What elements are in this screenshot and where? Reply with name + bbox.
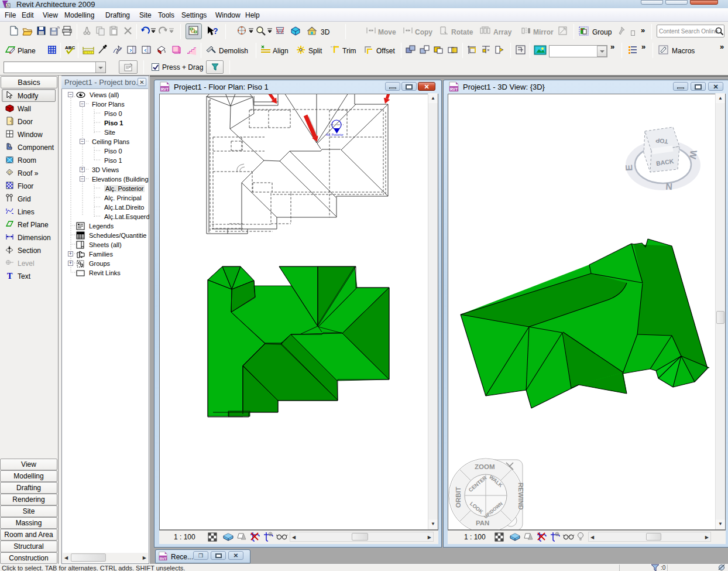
svg-text:Alç. Posterior: Alç. Posterior: [326, 133, 344, 136]
svg-text:N: N: [665, 182, 672, 192]
svg-text:A: A: [6, 4, 9, 8]
svg-text:T: T: [7, 272, 13, 281]
svg-text:RVT: RVT: [161, 87, 169, 91]
svg-text:REWIND: REWIND: [517, 483, 524, 510]
svg-text:ZOOM: ZOOM: [475, 463, 495, 470]
svg-text:PAN: PAN: [476, 519, 489, 526]
svg-text:TOP: TOP: [655, 137, 669, 145]
svg-text:ORBIT: ORBIT: [455, 487, 462, 508]
svg-text:ABC: ABC: [65, 45, 75, 50]
svg-text:RVT: RVT: [160, 557, 167, 560]
svg-text:E: E: [624, 164, 634, 171]
svg-text:?: ?: [213, 26, 218, 36]
svg-text:RVT: RVT: [450, 87, 458, 91]
